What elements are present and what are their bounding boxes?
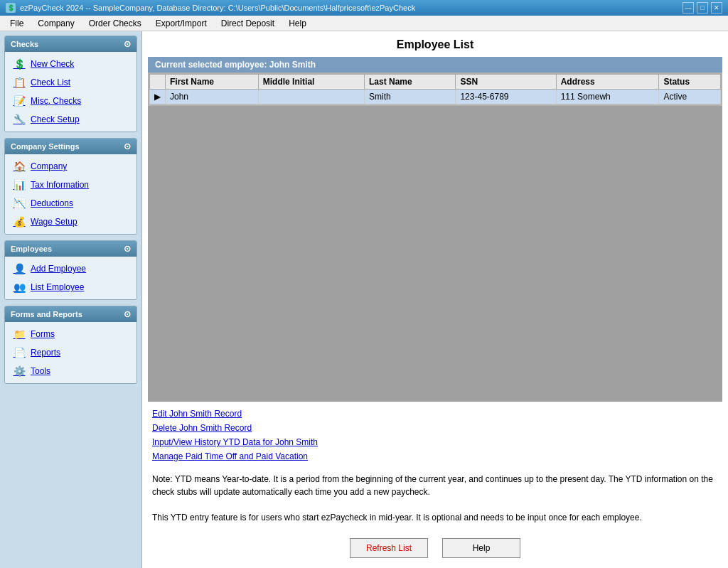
col-status: Status xyxy=(659,75,721,90)
check-setup-icon: 🔧 xyxy=(12,113,26,126)
sidebar-item-misc-checks[interactable]: 📝 Misc. Checks xyxy=(5,92,136,110)
col-address: Address xyxy=(556,75,659,90)
sidebar-section-employees: Employees ⊙ 👤 Add Employee 👥 List Employ… xyxy=(4,240,137,300)
sidebar-section-company-settings-header[interactable]: Company Settings ⊙ xyxy=(5,139,136,154)
sidebar-item-add-employee-label: Add Employee xyxy=(31,264,86,274)
sidebar-item-company-label: Company xyxy=(31,161,67,171)
close-button[interactable]: ✕ xyxy=(711,2,722,14)
delete-record-link[interactable]: Delete John Smith Record xyxy=(152,423,718,433)
sidebar-section-company-settings: Company Settings ⊙ 🏠 Company 📊 Tax Infor… xyxy=(4,138,137,235)
company-settings-collapse-icon: ⊙ xyxy=(124,141,131,151)
sidebar-item-misc-checks-label: Misc. Checks xyxy=(31,96,81,106)
sidebar-item-tools[interactable]: ⚙️ Tools xyxy=(5,362,136,380)
sidebar-item-check-list-label: Check List xyxy=(31,77,70,87)
row-selection-arrow: ▶ xyxy=(150,90,166,105)
tax-information-icon: 📊 xyxy=(12,178,26,191)
note-area: Note: YTD means Year-to-date. It is a pe… xyxy=(142,468,728,530)
forms-icon: 📁 xyxy=(12,328,26,341)
col-first-name: First Name xyxy=(166,75,259,90)
wage-setup-icon: 💰 xyxy=(12,215,26,228)
titlebar-controls[interactable]: — □ ✕ xyxy=(682,2,722,14)
note-line-1: Note: YTD means Year-to-date. It is a pe… xyxy=(152,473,718,498)
sidebar-section-employees-label: Employees xyxy=(11,245,52,253)
sidebar-item-check-setup[interactable]: 🔧 Check Setup xyxy=(5,110,136,129)
sidebar-section-company-settings-label: Company Settings xyxy=(11,142,80,151)
menu-direct-deposit[interactable]: Direct Deposit xyxy=(214,16,282,31)
sidebar-section-forms-reports: Forms and Reports ⊙ 📁 Forms 📄 Reports ⚙️… xyxy=(4,306,137,384)
cell-first-name: John xyxy=(166,90,259,105)
gray-area xyxy=(148,106,722,402)
sidebar-section-checks: Checks ⊙ 💲 New Check 📋 Check List 📝 Misc… xyxy=(4,36,137,132)
sidebar: Checks ⊙ 💲 New Check 📋 Check List 📝 Misc… xyxy=(0,31,142,568)
sidebar-section-employees-header[interactable]: Employees ⊙ xyxy=(5,241,136,257)
sidebar-item-add-employee[interactable]: 👤 Add Employee xyxy=(5,259,136,278)
content-area: Employee List Current selected employee:… xyxy=(142,31,728,568)
employees-collapse-icon: ⊙ xyxy=(124,244,131,254)
check-list-icon: 📋 xyxy=(12,76,26,89)
sidebar-item-reports[interactable]: 📄 Reports xyxy=(5,343,136,362)
note-line-2: This YTD entry feature is for users who … xyxy=(152,511,718,524)
menu-export-import[interactable]: Export/Import xyxy=(149,16,214,31)
action-links: Edit John Smith Record Delete John Smith… xyxy=(142,402,728,468)
reports-icon: 📄 xyxy=(12,346,26,359)
sidebar-section-forms-reports-header[interactable]: Forms and Reports ⊙ xyxy=(5,306,136,322)
sidebar-section-forms-reports-label: Forms and Reports xyxy=(11,310,82,318)
cell-middle-initial xyxy=(258,90,364,105)
cell-last-name: Smith xyxy=(365,90,456,105)
sidebar-section-company-settings-body: 🏠 Company 📊 Tax Information 📉 Deductions… xyxy=(5,154,136,234)
sidebar-item-forms-label: Forms xyxy=(31,329,55,339)
sidebar-item-list-employee-label: List Employee xyxy=(31,282,84,292)
sidebar-item-deductions-label: Deductions xyxy=(31,198,73,208)
pto-link[interactable]: Manage Paid Time Off and Paid Vacation xyxy=(152,451,718,461)
ytd-history-link[interactable]: Input/View History YTD Data for John Smi… xyxy=(152,437,718,447)
employee-table: First Name Middle Initial Last Name SSN … xyxy=(149,74,721,105)
sidebar-section-checks-label: Checks xyxy=(11,40,38,48)
buttons-area: Refresh List Help xyxy=(142,530,728,568)
minimize-button[interactable]: — xyxy=(682,2,694,14)
list-employee-icon: 👥 xyxy=(12,281,26,294)
menubar: File Company Order Checks Export/Import … xyxy=(0,16,728,31)
forms-reports-collapse-icon: ⊙ xyxy=(124,309,131,319)
table-header-row: First Name Middle Initial Last Name SSN … xyxy=(150,75,721,90)
titlebar-left: 💲 ezPayCheck 2024 -- SampleCompany, Data… xyxy=(6,3,415,13)
sidebar-item-list-employee[interactable]: 👥 List Employee xyxy=(5,278,136,296)
menu-company[interactable]: Company xyxy=(31,16,81,31)
cell-status: Active xyxy=(659,90,721,105)
col-middle-initial: Middle Initial xyxy=(258,75,364,90)
sidebar-item-tools-label: Tools xyxy=(31,366,50,376)
new-check-icon: 💲 xyxy=(12,58,26,70)
tools-icon: ⚙️ xyxy=(12,365,26,377)
menu-help[interactable]: Help xyxy=(282,16,314,31)
checks-collapse-icon: ⊙ xyxy=(124,39,131,49)
sidebar-item-check-list[interactable]: 📋 Check List xyxy=(5,73,136,92)
sidebar-item-tax-information-label: Tax Information xyxy=(31,180,89,190)
cell-address: 111 Somewh xyxy=(556,90,659,105)
add-employee-icon: 👤 xyxy=(12,262,26,275)
sidebar-section-checks-header[interactable]: Checks ⊙ xyxy=(5,36,136,52)
sidebar-item-wage-setup-label: Wage Setup xyxy=(31,217,77,227)
sidebar-item-new-check[interactable]: 💲 New Check xyxy=(5,55,136,73)
refresh-list-button[interactable]: Refresh List xyxy=(350,538,428,558)
table-row[interactable]: ▶ John Smith 123-45-6789 111 Somewh Acti… xyxy=(150,90,721,105)
sidebar-item-tax-information[interactable]: 📊 Tax Information xyxy=(5,176,136,194)
sidebar-section-checks-body: 💲 New Check 📋 Check List 📝 Misc. Checks … xyxy=(5,52,136,132)
menu-file[interactable]: File xyxy=(3,16,31,31)
sidebar-item-check-setup-label: Check Setup xyxy=(31,114,80,124)
deductions-icon: 📉 xyxy=(12,197,26,210)
maximize-button[interactable]: □ xyxy=(697,2,708,14)
selected-employee-bar: Current selected employee: John Smith xyxy=(148,57,722,73)
titlebar-title: ezPayCheck 2024 -- SampleCompany, Databa… xyxy=(20,4,415,12)
sidebar-item-deductions[interactable]: 📉 Deductions xyxy=(5,194,136,213)
edit-record-link[interactable]: Edit John Smith Record xyxy=(152,409,718,419)
help-button[interactable]: Help xyxy=(442,538,520,558)
menu-order-checks[interactable]: Order Checks xyxy=(82,16,149,31)
sidebar-item-wage-setup[interactable]: 💰 Wage Setup xyxy=(5,213,136,231)
cell-ssn: 123-45-6789 xyxy=(456,90,556,105)
table-wrapper: First Name Middle Initial Last Name SSN … xyxy=(148,73,722,106)
sidebar-item-forms[interactable]: 📁 Forms xyxy=(5,325,136,343)
page-title: Employee List xyxy=(142,31,728,57)
sidebar-item-company[interactable]: 🏠 Company xyxy=(5,157,136,176)
titlebar: 💲 ezPayCheck 2024 -- SampleCompany, Data… xyxy=(0,0,728,16)
misc-checks-icon: 📝 xyxy=(12,95,26,107)
sidebar-item-reports-label: Reports xyxy=(31,348,60,358)
